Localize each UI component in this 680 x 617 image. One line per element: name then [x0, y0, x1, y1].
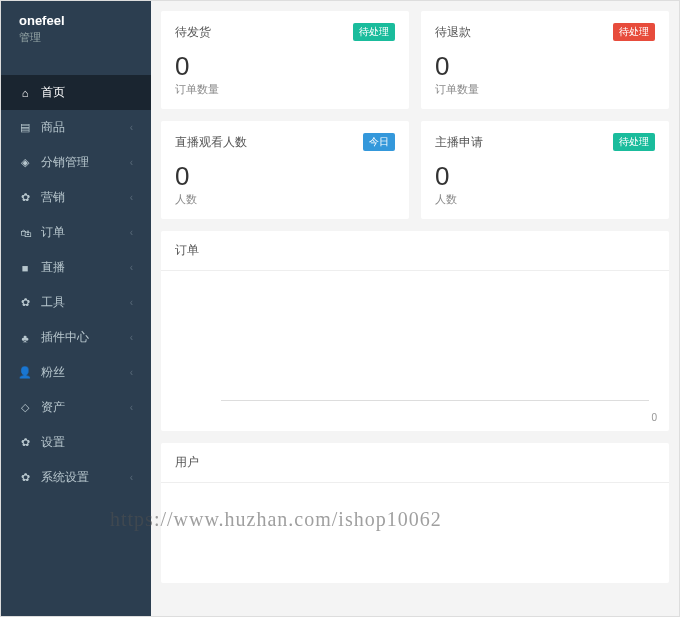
status-badge: 今日 [363, 133, 395, 151]
nav-label: 工具 [41, 295, 130, 310]
status-badge: 待处理 [613, 133, 655, 151]
nav-label: 订单 [41, 225, 130, 240]
nav-icon: ◈ [19, 157, 31, 169]
brand-name: onefeel [19, 13, 133, 28]
chart-axis-zero: 0 [651, 412, 657, 423]
stat-value: 0 [435, 163, 655, 189]
stat-sub: 订单数量 [175, 83, 395, 97]
chevron-left-icon: ‹ [130, 402, 133, 413]
chevron-left-icon: ‹ [130, 297, 133, 308]
brand: onefeel 管理 [1, 1, 151, 57]
nav-icon: ◇ [19, 402, 31, 414]
stat-card[interactable]: 直播观看人数今日0人数 [161, 121, 409, 219]
chevron-left-icon: ‹ [130, 332, 133, 343]
nav-item-2[interactable]: ◈分销管理‹ [1, 145, 151, 180]
nav-icon: ✿ [19, 437, 31, 449]
stat-head: 主播申请待处理 [435, 133, 655, 151]
chevron-left-icon: ‹ [130, 192, 133, 203]
nav-item-8[interactable]: 👤粉丝‹ [1, 355, 151, 390]
stats-row-1: 待发货待处理0订单数量待退款待处理0订单数量 [161, 11, 669, 109]
nav-icon: ⌂ [19, 87, 31, 99]
stat-value: 0 [175, 163, 395, 189]
stat-title: 直播观看人数 [175, 135, 247, 150]
stat-sub: 人数 [175, 193, 395, 207]
stat-sub: 人数 [435, 193, 655, 207]
nav-item-10[interactable]: ✿设置 [1, 425, 151, 460]
nav-label: 营销 [41, 190, 130, 205]
nav-item-4[interactable]: 🛍订单‹ [1, 215, 151, 250]
nav-item-6[interactable]: ✿工具‹ [1, 285, 151, 320]
stat-title: 主播申请 [435, 135, 483, 150]
nav-label: 系统设置 [41, 470, 130, 485]
chevron-left-icon: ‹ [130, 262, 133, 273]
stat-sub: 订单数量 [435, 83, 655, 97]
orders-panel-title: 订单 [161, 231, 669, 271]
nav-label: 分销管理 [41, 155, 130, 170]
stat-value: 0 [435, 53, 655, 79]
nav-icon: ✿ [19, 192, 31, 204]
chevron-left-icon: ‹ [130, 367, 133, 378]
nav-label: 资产 [41, 400, 130, 415]
nav-icon: ✿ [19, 297, 31, 309]
stat-card[interactable]: 待退款待处理0订单数量 [421, 11, 669, 109]
orders-chart: 0 [161, 271, 669, 431]
nav-label: 插件中心 [41, 330, 130, 345]
stat-card[interactable]: 待发货待处理0订单数量 [161, 11, 409, 109]
nav-label: 粉丝 [41, 365, 130, 380]
nav-icon: ▤ [19, 122, 31, 134]
stat-card[interactable]: 主播申请待处理0人数 [421, 121, 669, 219]
users-chart [161, 483, 669, 583]
nav-label: 商品 [41, 120, 130, 135]
nav: ⌂首页▤商品‹◈分销管理‹✿营销‹🛍订单‹■直播‹✿工具‹♣插件中心‹👤粉丝‹◇… [1, 75, 151, 495]
nav-item-7[interactable]: ♣插件中心‹ [1, 320, 151, 355]
nav-icon: ■ [19, 262, 31, 274]
chevron-left-icon: ‹ [130, 472, 133, 483]
chevron-left-icon: ‹ [130, 227, 133, 238]
nav-item-5[interactable]: ■直播‹ [1, 250, 151, 285]
nav-label: 直播 [41, 260, 130, 275]
stat-title: 待退款 [435, 25, 471, 40]
stats-row-2: 直播观看人数今日0人数主播申请待处理0人数 [161, 121, 669, 219]
orders-panel: 订单 0 [161, 231, 669, 431]
chevron-left-icon: ‹ [130, 157, 133, 168]
nav-icon: ♣ [19, 332, 31, 344]
stat-title: 待发货 [175, 25, 211, 40]
nav-label: 首页 [41, 85, 133, 100]
users-panel: 用户 [161, 443, 669, 583]
stat-head: 直播观看人数今日 [175, 133, 395, 151]
stat-head: 待退款待处理 [435, 23, 655, 41]
nav-label: 设置 [41, 435, 133, 450]
nav-item-11[interactable]: ✿系统设置‹ [1, 460, 151, 495]
status-badge: 待处理 [613, 23, 655, 41]
chevron-left-icon: ‹ [130, 122, 133, 133]
users-panel-title: 用户 [161, 443, 669, 483]
nav-item-1[interactable]: ▤商品‹ [1, 110, 151, 145]
nav-icon: 🛍 [19, 227, 31, 239]
nav-item-3[interactable]: ✿营销‹ [1, 180, 151, 215]
nav-item-9[interactable]: ◇资产‹ [1, 390, 151, 425]
sidebar: onefeel 管理 ⌂首页▤商品‹◈分销管理‹✿营销‹🛍订单‹■直播‹✿工具‹… [1, 1, 151, 616]
nav-icon: ✿ [19, 472, 31, 484]
chart-axis-line [221, 400, 649, 401]
status-badge: 待处理 [353, 23, 395, 41]
main-content: 待发货待处理0订单数量待退款待处理0订单数量 直播观看人数今日0人数主播申请待处… [151, 1, 679, 616]
nav-item-0[interactable]: ⌂首页 [1, 75, 151, 110]
stat-value: 0 [175, 53, 395, 79]
stat-head: 待发货待处理 [175, 23, 395, 41]
nav-icon: 👤 [19, 367, 31, 379]
brand-sub: 管理 [19, 30, 133, 45]
